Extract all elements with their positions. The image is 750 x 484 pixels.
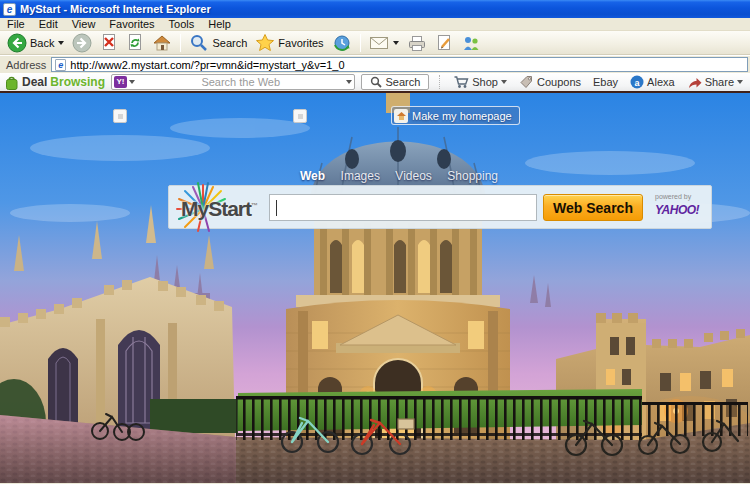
favorites-label: Favorites	[278, 37, 323, 49]
search-history-dropdown-icon[interactable]	[346, 80, 352, 84]
main-search-input[interactable]	[269, 194, 537, 221]
shop-label: Shop	[472, 76, 498, 88]
mail-dropdown-icon[interactable]	[393, 41, 399, 45]
window-title: MyStart - Microsoft Internet Explorer	[20, 3, 211, 15]
refresh-button[interactable]	[123, 32, 147, 53]
shopping-bag-icon	[4, 74, 19, 91]
address-input[interactable]: e http://www2.mystart.com/?pr=vmn&id=mys…	[51, 57, 748, 72]
edit-icon	[435, 33, 453, 52]
address-bar: Address e http://www2.mystart.com/?pr=vm…	[0, 55, 750, 73]
forward-icon	[72, 33, 92, 53]
dealbrowsing-logo[interactable]: DealBrowsing	[4, 74, 105, 91]
tab-images[interactable]: Images	[341, 169, 380, 183]
stop-icon	[100, 33, 118, 52]
mail-button[interactable]	[366, 34, 402, 52]
search-panel: MyStart™ Web Search powered by YAHOO!	[168, 185, 712, 229]
share-menu[interactable]: Share	[684, 76, 746, 89]
web-search-button[interactable]: Web Search	[543, 194, 643, 221]
magnifier-icon	[370, 76, 382, 88]
mystart-logo: MyStart™	[173, 186, 269, 230]
browser-window: e MyStart - Microsoft Internet Explorer …	[0, 0, 750, 484]
back-dropdown-icon[interactable]	[58, 41, 64, 45]
toolbar-separator	[180, 34, 181, 52]
address-url: http://www2.mystart.com/?pr=vmn&id=mysta…	[70, 59, 344, 71]
forward-button[interactable]	[69, 32, 95, 54]
home-icon	[152, 33, 172, 52]
engine-dropdown-icon[interactable]	[129, 80, 135, 84]
menu-file[interactable]: File	[0, 18, 32, 30]
tab-web[interactable]: Web	[300, 169, 325, 183]
yahoo-logo: YAHOO!	[655, 203, 699, 217]
widget-placeholder-icon	[293, 109, 307, 123]
search-label: Search	[212, 37, 247, 49]
messenger-button[interactable]	[458, 33, 484, 53]
back-button[interactable]: Back	[4, 32, 67, 54]
mail-icon	[369, 35, 389, 51]
make-homepage-button[interactable]: Make my homepage	[391, 106, 520, 125]
shop-menu[interactable]: Shop	[450, 75, 510, 89]
search-button[interactable]: Search	[186, 32, 250, 54]
widget-placeholder-icon	[113, 109, 127, 123]
make-homepage-label: Make my homepage	[412, 110, 512, 122]
menu-view[interactable]: View	[65, 18, 103, 30]
ie-page-icon: e	[55, 59, 66, 71]
back-icon	[7, 33, 27, 53]
alexa-icon: a	[630, 75, 644, 89]
favorites-button[interactable]: Favorites	[252, 32, 326, 54]
menu-bar: File Edit View Favorites Tools Help	[0, 18, 750, 31]
toolbar-search-field[interactable]: Y!	[111, 74, 355, 90]
page-content: Make my homepage Web Images Videos Shopp…	[0, 93, 750, 483]
yahoo-engine-icon[interactable]: Y!	[114, 76, 127, 88]
edit-button[interactable]	[432, 32, 456, 53]
toolbar-separator	[439, 75, 440, 89]
menu-edit[interactable]: Edit	[32, 18, 65, 30]
shop-dropdown-icon	[501, 80, 507, 84]
cart-icon	[453, 75, 469, 89]
ie-page-icon: e	[3, 3, 16, 16]
tab-shopping[interactable]: Shopping	[447, 169, 498, 183]
print-icon	[407, 34, 427, 52]
menu-tools[interactable]: Tools	[162, 18, 202, 30]
dealbrowsing-toolbar: DealBrowsing Y! Search Shop	[0, 73, 750, 93]
alexa-label: Alexa	[647, 76, 675, 88]
history-icon	[332, 33, 352, 53]
share-dropdown-icon	[737, 80, 743, 84]
back-label: Back	[30, 37, 54, 49]
refresh-icon	[126, 33, 144, 52]
coupons-label: Coupons	[537, 76, 581, 88]
address-label: Address	[6, 59, 46, 71]
menu-help[interactable]: Help	[201, 18, 238, 30]
favorites-star-icon	[255, 33, 275, 53]
history-button[interactable]	[329, 32, 355, 54]
search-tabs: Web Images Videos Shopping	[300, 169, 498, 183]
share-label: Share	[705, 76, 734, 88]
messenger-icon	[461, 34, 481, 52]
search-icon	[189, 33, 209, 53]
menu-favorites[interactable]: Favorites	[102, 18, 161, 30]
navigation-toolbar: Back	[0, 31, 750, 55]
powered-by-yahoo: powered by YAHOO!	[655, 193, 709, 218]
toolbar-search-input[interactable]	[137, 76, 344, 88]
print-button[interactable]	[404, 33, 430, 53]
title-bar[interactable]: e MyStart - Microsoft Internet Explorer	[0, 0, 750, 18]
powered-by-label: powered by	[655, 193, 709, 200]
tab-videos[interactable]: Videos	[395, 169, 431, 183]
coupons-menu[interactable]: Coupons	[516, 75, 584, 89]
ebay-menu[interactable]: Ebay	[590, 76, 621, 88]
text-cursor	[276, 200, 277, 216]
alexa-menu[interactable]: a Alexa	[627, 75, 678, 89]
home-button[interactable]	[149, 32, 175, 53]
brand-deal: Deal	[22, 75, 47, 89]
home-icon	[394, 109, 408, 123]
share-arrow-icon	[687, 76, 702, 89]
toolbar-search-button[interactable]: Search	[361, 74, 429, 90]
background-photo	[0, 93, 750, 483]
ebay-label: Ebay	[593, 76, 618, 88]
stop-button[interactable]	[97, 32, 121, 53]
coupon-tag-icon	[519, 75, 534, 89]
toolbar-separator	[360, 34, 361, 52]
mystart-logo-text: MyStart™	[181, 197, 258, 221]
brand-browsing: Browsing	[50, 75, 105, 89]
toolbar-search-button-label: Search	[385, 76, 420, 88]
